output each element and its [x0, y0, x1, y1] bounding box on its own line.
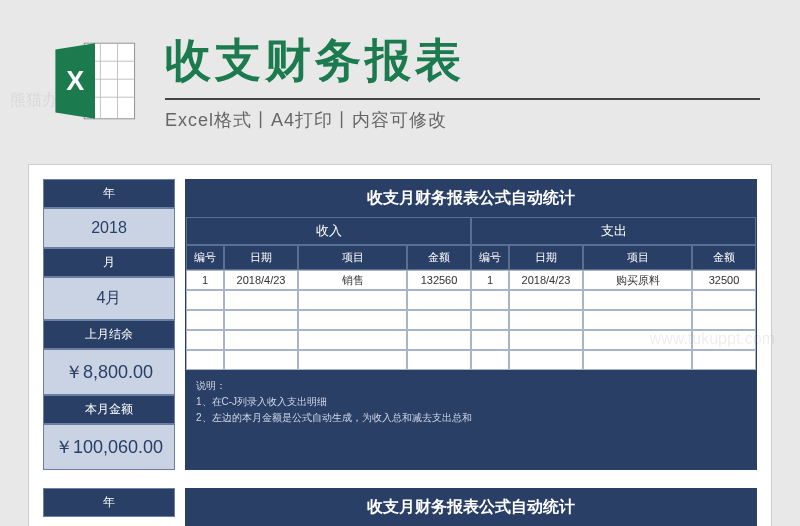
- prev-balance-label: 上月结余: [43, 320, 175, 349]
- note-2: 2、左边的本月金额是公式自动生成，为收入总和减去支出总和: [196, 410, 746, 426]
- cell: [471, 310, 509, 330]
- cell: [471, 330, 509, 350]
- col-date-in: 日期: [224, 245, 298, 270]
- col-no-in: 编号: [186, 245, 224, 270]
- cell: [407, 310, 471, 330]
- col-amount-in: 金额: [407, 245, 471, 270]
- cell: [471, 350, 509, 370]
- table-row: [186, 310, 756, 330]
- year-value: 2018: [43, 208, 175, 248]
- cell: [509, 310, 583, 330]
- cell: [692, 290, 756, 310]
- table-row: [186, 330, 756, 350]
- cell: 1: [471, 270, 509, 290]
- month-label: 月: [43, 248, 175, 277]
- notes-block: 说明： 1、在C-J列录入收入支出明细 2、左边的本月金额是公式自动生成，为收入…: [186, 370, 756, 469]
- income-header: 收入: [186, 217, 471, 245]
- excel-icon: X: [50, 36, 140, 126]
- column-headers: 编号 日期 项目 金额 编号 日期 项目 金额: [186, 245, 756, 270]
- cell: [224, 290, 298, 310]
- sheet-2: 年 收支月财务报表公式自动统计: [43, 488, 757, 526]
- cell: [298, 290, 407, 310]
- cell: [186, 310, 224, 330]
- cell: [298, 330, 407, 350]
- notes-title: 说明：: [196, 378, 746, 394]
- col-date-out: 日期: [509, 245, 583, 270]
- svg-text:X: X: [66, 66, 84, 96]
- cell: [692, 350, 756, 370]
- cell: [298, 350, 407, 370]
- template-preview: 年 2018 月 4月 上月结余 ￥8,800.00 本月金额 ￥100,060…: [28, 164, 772, 526]
- cell: [224, 330, 298, 350]
- summary-column: 年 2018 月 4月 上月结余 ￥8,800.00 本月金额 ￥100,060…: [43, 179, 175, 470]
- cell: [583, 310, 692, 330]
- year-label-2: 年: [43, 488, 175, 517]
- cell: [692, 330, 756, 350]
- ledger-table: 收支月财务报表公式自动统计 收入 支出 编号 日期 项目 金额 编号 日期 项目…: [185, 179, 757, 470]
- cell: [224, 350, 298, 370]
- table-row: [186, 350, 756, 370]
- cell: [224, 310, 298, 330]
- cell: [692, 310, 756, 330]
- cell: 2018/4/23: [509, 270, 583, 290]
- data-rows: 12018/4/23销售13256012018/4/23购买原料32500: [186, 270, 756, 370]
- cell: 2018/4/23: [224, 270, 298, 290]
- col-amount-out: 金额: [692, 245, 756, 270]
- title-block: 收支财务报表 Excel格式丨A4打印丨内容可修改: [165, 30, 760, 132]
- cell: 32500: [692, 270, 756, 290]
- table-title: 收支月财务报表公式自动统计: [186, 180, 756, 217]
- cell: [186, 330, 224, 350]
- year-label: 年: [43, 179, 175, 208]
- cell: [186, 350, 224, 370]
- page-subtitle: Excel格式丨A4打印丨内容可修改: [165, 108, 760, 132]
- cell: 132560: [407, 270, 471, 290]
- cell: [186, 290, 224, 310]
- sheet-1: 年 2018 月 4月 上月结余 ￥8,800.00 本月金额 ￥100,060…: [43, 179, 757, 470]
- header: X 收支财务报表 Excel格式丨A4打印丨内容可修改: [0, 0, 800, 152]
- cell: [407, 350, 471, 370]
- cell: 购买原料: [583, 270, 692, 290]
- cell: [583, 290, 692, 310]
- cell: 1: [186, 270, 224, 290]
- col-item-in: 项目: [298, 245, 407, 270]
- cell: [509, 350, 583, 370]
- table-row: 12018/4/23销售13256012018/4/23购买原料32500: [186, 270, 756, 290]
- cell: [298, 310, 407, 330]
- note-1: 1、在C-J列录入收入支出明细: [196, 394, 746, 410]
- cell: [583, 330, 692, 350]
- cell: [407, 330, 471, 350]
- col-no-out: 编号: [471, 245, 509, 270]
- table-title-2: 收支月财务报表公式自动统计: [186, 489, 756, 526]
- expense-header: 支出: [471, 217, 756, 245]
- cell: [407, 290, 471, 310]
- month-value: 4月: [43, 277, 175, 320]
- page-title: 收支财务报表: [165, 30, 760, 100]
- cell: [471, 290, 509, 310]
- this-month-label: 本月金额: [43, 395, 175, 424]
- cell: 销售: [298, 270, 407, 290]
- cell: [583, 350, 692, 370]
- col-item-out: 项目: [583, 245, 692, 270]
- cell: [509, 330, 583, 350]
- prev-balance-value: ￥8,800.00: [43, 349, 175, 395]
- cell: [509, 290, 583, 310]
- this-month-value: ￥100,060.00: [43, 424, 175, 470]
- table-row: [186, 290, 756, 310]
